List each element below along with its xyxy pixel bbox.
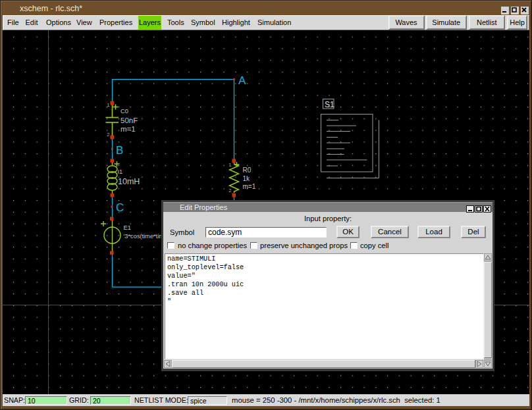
svg-text:2: 2 [228,188,231,193]
svg-text:A: A [238,74,246,87]
svg-text:m=1: m=1 [243,183,256,190]
svg-text:B: B [116,144,123,157]
svg-text:2: 2 [107,132,109,138]
svg-text:1: 1 [107,102,109,108]
svg-text:S1: S1 [325,100,334,109]
svg-text:1k: 1k [243,175,251,182]
svg-text:m=1: m=1 [120,125,136,133]
svg-text:R0: R0 [243,167,252,174]
svg-text:C0: C0 [120,108,128,115]
svg-text:50nF: 50nF [120,116,138,124]
svg-text:10mH: 10mH [118,177,140,186]
svg-text:C: C [116,201,124,214]
svg-text:I1: I1 [118,168,123,175]
svg-text:E1: E1 [124,224,131,231]
svg-text:'3*cos(time*tim: '3*cos(time*tim [124,233,165,240]
svg-text:1: 1 [228,162,231,168]
